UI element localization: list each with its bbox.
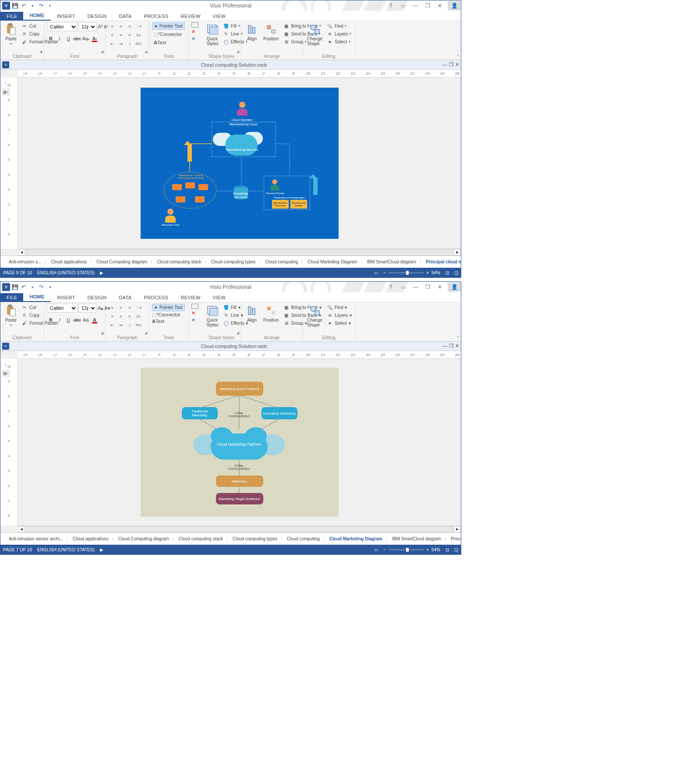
undo-icon[interactable]: ↶ [20, 2, 28, 10]
bold-icon[interactable]: B [47, 35, 55, 43]
strike-icon[interactable]: abc [73, 35, 81, 43]
underline-icon[interactable]: U [64, 35, 72, 43]
zoom-2[interactable]: − + 54% [383, 547, 440, 552]
restore-icon[interactable]: ❐ [421, 1, 434, 10]
user-icon[interactable]: 👤 [448, 1, 461, 11]
quick-styles-button[interactable]: Quick Styles [205, 22, 220, 47]
font-family-2[interactable]: Calibri [47, 304, 78, 312]
save-icon-2[interactable]: 💾 [11, 283, 19, 291]
ptab-6[interactable]: Cloud computing [260, 257, 303, 266]
tab-review-2[interactable]: REVIEW [174, 293, 206, 302]
ptab-9[interactable]: Principal cloud manufact... [421, 257, 461, 266]
font-family-select[interactable]: Calibri [47, 22, 78, 31]
ptab2-4[interactable]: Cloud computing stack [174, 534, 228, 543]
align-left-icon[interactable]: ≡ [108, 31, 116, 39]
qat-more-2[interactable]: ▾ [46, 283, 54, 291]
doc-rest-2[interactable]: ❐ [449, 343, 453, 349]
ptab2-9[interactable]: Principal cloud manufact [446, 534, 461, 543]
canvas-1[interactable]: Cloud Operator Manufacturing Cloud Manuf… [18, 78, 461, 248]
close-icon[interactable]: ✕ [434, 1, 446, 10]
help-icon-2[interactable]: ? [385, 283, 397, 291]
zoom-in-icon[interactable]: + [426, 270, 429, 275]
restore-icon-2[interactable]: ❐ [421, 283, 434, 291]
ptab-2[interactable]: Cloud applications [46, 257, 92, 266]
ptab-5[interactable]: Cloud computing types [206, 257, 261, 266]
qat-dd-2[interactable]: ▾ [28, 283, 36, 291]
italic-2[interactable]: I [56, 316, 64, 324]
target-audience-node[interactable]: Marketing Target Audience [216, 493, 263, 504]
ptab2-3[interactable]: Cloud Computing diagram [113, 534, 174, 543]
find-button[interactable]: 🔍Find▾ [326, 22, 352, 29]
font-launcher-2[interactable]: ◢ [100, 330, 104, 335]
mfg-abilities-box[interactable]: Manufacturing Abilities [290, 200, 307, 209]
shapes-pane-toggle-icon[interactable]: › [1, 79, 10, 87]
ptab2-1[interactable]: Anti-intrusion sensor archi... [4, 534, 68, 543]
ptab-4[interactable]: Cloud computing stack [152, 257, 206, 266]
doc-restore-icon[interactable]: ❐ [449, 62, 453, 67]
tab-insert-2[interactable]: INSERT [51, 293, 81, 302]
macro-icon[interactable]: ▶ [100, 270, 103, 275]
resource-user-shape[interactable] [165, 209, 176, 223]
rectangle-tool-icon[interactable] [191, 22, 198, 28]
ptab-8[interactable]: IBM SmartCloud diagram [362, 257, 421, 266]
doc-minimize-icon[interactable]: — [442, 62, 447, 67]
presentation-icon[interactable]: ▭ [374, 270, 378, 275]
paste-button-2[interactable]: Paste▾ [3, 304, 19, 328]
obox-1[interactable] [172, 184, 182, 190]
hscrollbar-1[interactable]: ◀ ▶ [18, 248, 461, 255]
stencil-icon[interactable]: ▤› [1, 88, 10, 96]
scroll-right-2[interactable]: ▶ [454, 526, 461, 532]
ptab2-6[interactable]: Cloud computing [282, 534, 325, 543]
ptab-3[interactable]: Cloud Computing diagram [92, 257, 152, 266]
position-button[interactable]: Position [262, 22, 281, 42]
ptab-7[interactable]: Cloud Marketing Diagram [303, 257, 362, 266]
font-color-icon[interactable]: A▾ [91, 35, 99, 43]
collapse-ribbon-icon[interactable]: ^ [457, 54, 459, 59]
redo-icon-2[interactable]: ↷ [37, 283, 45, 291]
position-2[interactable]: Position [262, 304, 281, 323]
select-button[interactable]: ➤Select▾ [326, 38, 352, 45]
redo-icon[interactable]: ↷ [37, 2, 45, 10]
rotate-text-icon[interactable]: ⟲A [134, 40, 142, 48]
font-color-2[interactable]: A [91, 316, 99, 324]
paste-button[interactable]: Paste▾ [3, 22, 19, 46]
innovative-marketing-node[interactable]: Innovative Marketing [262, 407, 297, 419]
layers-2[interactable]: ≋Layers▾ [326, 312, 353, 319]
stencil-2[interactable]: ▤› [1, 369, 10, 377]
zoom-in-2[interactable]: + [426, 547, 429, 552]
tab-view[interactable]: VIEW [207, 12, 232, 21]
text-tool-2[interactable]: AText [152, 319, 164, 324]
align-right-icon[interactable]: ≡ [126, 31, 134, 39]
shape-styles-launcher-icon[interactable]: ◢ [236, 49, 240, 53]
obox-2[interactable] [185, 182, 195, 188]
traditional-marketing-node[interactable]: Traditional Marketing [182, 407, 218, 419]
tab-data-2[interactable]: DATA [113, 293, 138, 302]
font-size-2[interactable]: 12pt. [78, 304, 97, 312]
pan-zoom-2[interactable]: ◲ [454, 547, 458, 552]
case-2[interactable]: Aa [82, 316, 90, 324]
tab-process-2[interactable]: PROCESS [138, 293, 174, 302]
spacing-icon[interactable]: ↕ [126, 40, 134, 48]
close-icon-2[interactable]: ✕ [434, 283, 446, 291]
canvas-2[interactable]: Marketing Asset Creators Traditional Mar… [18, 359, 461, 525]
tab-design[interactable]: DESIGN [81, 12, 113, 21]
tab-design-2[interactable]: DESIGN [81, 293, 113, 302]
italic-icon[interactable]: I [56, 35, 64, 43]
asset-creators-node[interactable]: Marketing Asset Creators [216, 382, 263, 396]
obox-3[interactable] [198, 184, 208, 190]
pointer-tool-button[interactable]: ➤Pointer Tool [152, 22, 185, 30]
diagram-page-2[interactable]: Marketing Asset Creators Traditional Mar… [141, 368, 339, 517]
delete-x-icon[interactable]: ✕ [191, 29, 195, 35]
tab-insert[interactable]: INSERT [51, 12, 81, 21]
align-mid-icon[interactable]: ≡ [117, 22, 125, 30]
tab-home-2[interactable]: HOME [23, 292, 50, 302]
qat-dropdown-icon[interactable]: ▾ [28, 2, 36, 10]
tab-process[interactable]: PROCESS [138, 12, 174, 21]
undo-icon-2[interactable]: ↶ [20, 283, 28, 291]
shapes-toggle-2[interactable]: › [1, 361, 10, 369]
pointer-tool-2[interactable]: ➤Pointer Tool [152, 304, 185, 311]
obox-5[interactable] [195, 196, 205, 202]
find-2[interactable]: 🔍Find▾ [326, 304, 353, 311]
connection-point-icon[interactable]: ✕ [191, 36, 195, 42]
strike-2[interactable]: abc [73, 316, 81, 324]
